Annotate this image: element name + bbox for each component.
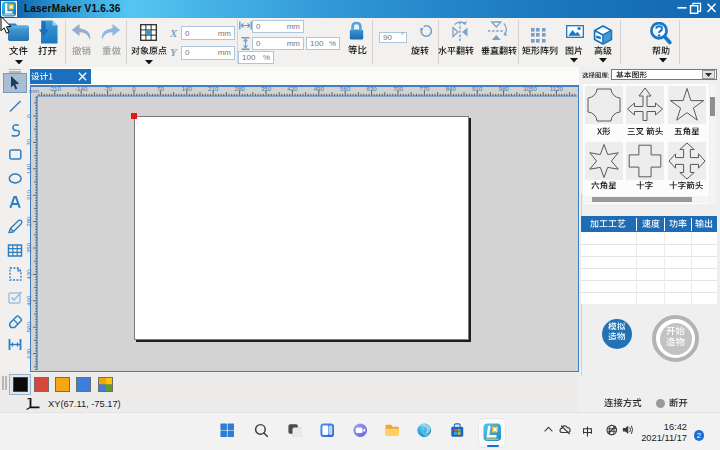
svg-text:-70: -70 — [103, 85, 112, 92]
svg-text:70: 70 — [25, 138, 32, 145]
svg-text:70: 70 — [157, 85, 164, 92]
svg-text:490: 490 — [314, 85, 325, 92]
svg-text:mm: mm — [29, 87, 39, 94]
svg-text:0: 0 — [132, 85, 136, 92]
svg-text:840: 840 — [446, 85, 457, 92]
svg-text:770: 770 — [419, 85, 430, 92]
svg-text:1120: 1120 — [550, 85, 564, 92]
svg-text:420: 420 — [287, 85, 298, 92]
svg-text:560: 560 — [340, 85, 351, 92]
svg-text:700: 700 — [393, 85, 404, 92]
svg-text:210: 210 — [208, 85, 219, 92]
svg-text:350: 350 — [261, 85, 272, 92]
svg-text:490: 490 — [25, 295, 32, 306]
svg-text:-210: -210 — [49, 85, 62, 92]
svg-text:1050: 1050 — [523, 85, 537, 92]
svg-text:0: 0 — [25, 114, 32, 118]
svg-text:140: 140 — [25, 163, 32, 174]
svg-text:630: 630 — [25, 348, 32, 359]
svg-text:140: 140 — [182, 85, 193, 92]
svg-text:350: 350 — [25, 242, 32, 253]
svg-text:280: 280 — [25, 216, 32, 227]
svg-text:-140: -140 — [75, 85, 88, 92]
svg-text:280: 280 — [235, 85, 246, 92]
svg-text:630: 630 — [367, 85, 378, 92]
svg-text:420: 420 — [25, 269, 32, 280]
svg-text:980: 980 — [499, 85, 510, 92]
svg-text:210: 210 — [25, 190, 32, 201]
svg-text:560: 560 — [25, 322, 32, 333]
svg-text:910: 910 — [472, 85, 483, 92]
